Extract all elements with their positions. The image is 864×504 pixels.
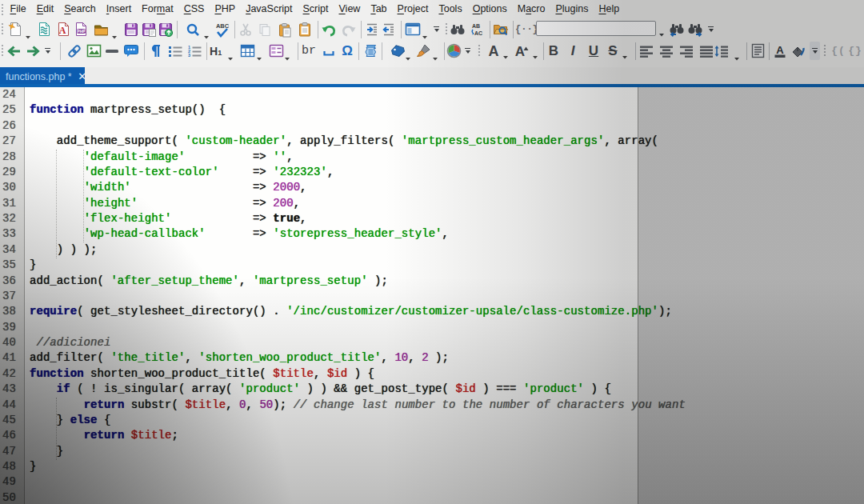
svg-text:A: A: [515, 44, 525, 58]
svg-text:AB: AB: [472, 23, 480, 29]
svg-text:3: 3: [188, 53, 190, 58]
svg-text:A: A: [59, 25, 66, 36]
svg-text:ABC: ABC: [216, 22, 230, 30]
svg-text:A: A: [776, 44, 784, 56]
svg-text:PHP: PHP: [77, 29, 86, 34]
svg-text:AC: AC: [474, 30, 482, 36]
